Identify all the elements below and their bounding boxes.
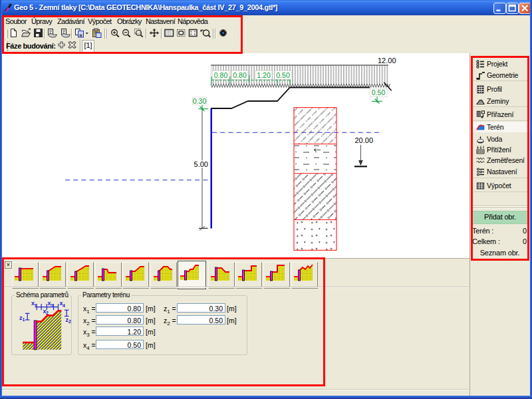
svg-text:20.00: 20.00 — [354, 136, 373, 144]
svg-text:0.80: 0.80 — [214, 71, 228, 79]
svg-text:0.30: 0.30 — [193, 97, 207, 105]
svg-text:1.20: 1.20 — [257, 71, 271, 79]
svg-text:12.00: 12.00 — [378, 57, 396, 65]
svg-text:0.50: 0.50 — [276, 71, 290, 79]
svg-text:0.80: 0.80 — [233, 71, 247, 79]
svg-text:5.00: 5.00 — [194, 160, 208, 168]
svg-text:0.50: 0.50 — [372, 88, 386, 96]
